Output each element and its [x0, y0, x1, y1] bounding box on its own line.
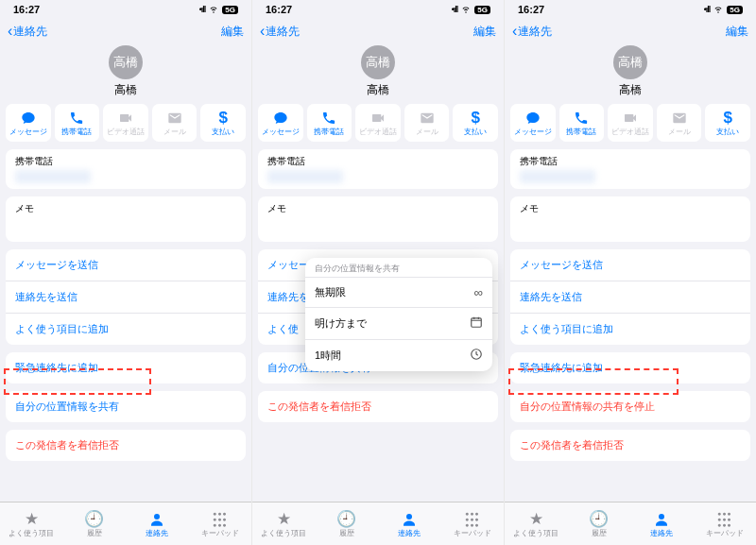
message-icon [273, 110, 288, 127]
add-emergency-item[interactable]: 緊急連絡先に追加 [6, 352, 246, 383]
phone-button[interactable]: 携帯電話 [559, 104, 605, 142]
back-button[interactable]: ‹ 連絡先 [8, 23, 47, 40]
pay-button[interactable]: $ 支払い [200, 104, 246, 142]
tab-history[interactable]: 🕘履歴 [316, 502, 379, 545]
avatar[interactable]: 高橋 [613, 45, 647, 79]
status-time: 16:27 [266, 4, 292, 15]
block-caller-item[interactable]: この発信者を着信拒否 [6, 430, 246, 461]
svg-point-4 [659, 514, 664, 519]
send-message-item[interactable]: メッセージを送信 [6, 249, 246, 281]
stop-share-location-item[interactable]: 自分の位置情報の共有を停止 [510, 391, 750, 422]
add-favorite-item[interactable]: よく使う項目に追加 [6, 314, 246, 345]
pay-button[interactable]: $支払い [705, 104, 750, 142]
star-icon: ★ [25, 510, 39, 529]
pay-button[interactable]: $支払い [453, 104, 498, 142]
screen-3: 16:27 •ıll 5G ‹ 連絡先 編集 高橋 高橋 メッセージ 携帯電話 … [505, 0, 756, 545]
back-button[interactable]: ‹ 連絡先 [512, 23, 552, 40]
popover-opt-label: 無期限 [315, 285, 346, 299]
popover-title: 自分の位置情報を共有 [305, 258, 492, 277]
mail-button[interactable]: メール [404, 104, 450, 142]
tab-contacts[interactable]: 連絡先 [126, 502, 189, 545]
status-bar: 16:27 •ıll 5G [0, 0, 251, 19]
back-button[interactable]: ‹ 連絡先 [260, 23, 300, 40]
content: 携帯電話 メモ メッセージを送信 連絡先を送信 よく使 自分の位置情報を共有 こ… [252, 149, 504, 502]
phone-card[interactable]: 携帯電話 [510, 149, 750, 189]
action-row: メッセージ 携帯電話 ビデオ通話 メール $支払い [252, 104, 504, 149]
video-button[interactable]: ビデオ通話 [355, 104, 401, 142]
tab-keypad[interactable]: ●●●●●●●●●キーパッド [189, 502, 252, 545]
send-message-item[interactable]: メッセージを送信 [510, 249, 750, 281]
status-right: •ıll 5G [704, 3, 743, 16]
send-contact-item[interactable]: 連絡先を送信 [6, 281, 246, 314]
mail-button[interactable]: メール [152, 104, 198, 142]
add-emergency-item[interactable]: 緊急連絡先に追加 [510, 352, 750, 383]
screen-2: 16:27 •ıll 5G ‹ 連絡先 編集 高橋 高橋 メッセージ 携帯電話 … [252, 0, 504, 545]
memo-card[interactable]: メモ [510, 196, 750, 242]
tab-favorites[interactable]: ★よく使う項目 [0, 502, 63, 545]
cellular-icon: •ıll [452, 5, 458, 14]
content: 携帯電話 メモ メッセージを送信 連絡先を送信 よく使う項目に追加 緊急連絡先に… [0, 149, 251, 502]
calendar-icon [470, 315, 483, 332]
person-icon [401, 510, 418, 529]
memo-label: メモ [267, 202, 489, 215]
phone-card[interactable]: 携帯電話 [258, 149, 498, 189]
video-icon [118, 110, 133, 127]
phone-icon [574, 110, 589, 127]
tab-history[interactable]: 🕘履歴 [63, 502, 127, 545]
back-label: 連絡先 [518, 24, 552, 40]
message-button[interactable]: メッセージ [510, 104, 556, 142]
tab-favorites[interactable]: ★よく使う項目 [252, 502, 316, 545]
tab-contacts[interactable]: 連絡先 [630, 502, 694, 545]
clock-icon [470, 348, 483, 364]
network-badge: 5G [222, 6, 238, 14]
share-location-popover: 自分の位置情報を共有 無期限 ∞ 明け方まで 1時間 [305, 258, 492, 371]
svg-point-3 [406, 514, 412, 519]
memo-card[interactable]: メモ [258, 196, 498, 242]
send-contact-item[interactable]: 連絡先を送信 [510, 281, 750, 314]
memo-card[interactable]: メモ [6, 196, 246, 242]
block-caller-item[interactable]: この発信者を着信拒否 [258, 391, 498, 422]
tab-contacts[interactable]: 連絡先 [378, 502, 441, 545]
message-button[interactable]: メッセージ [6, 104, 51, 142]
tab-keypad[interactable]: ●●●●●●●●●キーパッド [694, 502, 757, 545]
pay-label: 支払い [212, 127, 234, 137]
contact-header: 高橋 高橋 [252, 43, 504, 104]
actions-card-1: メッセージを送信 連絡先を送信 よく使う項目に追加 [6, 249, 246, 345]
back-label: 連絡先 [13, 24, 47, 40]
video-label: ビデオ通話 [107, 127, 145, 137]
avatar[interactable]: 高橋 [361, 45, 395, 79]
message-button[interactable]: メッセージ [258, 104, 303, 142]
edit-button[interactable]: 編集 [726, 24, 748, 40]
popover-option-until-morning[interactable]: 明け方まで [305, 307, 492, 339]
actions-card-1: メッセージを送信 連絡先を送信 よく使う項目に追加 [510, 249, 750, 345]
infinity-icon: ∞ [474, 285, 483, 299]
share-location-item[interactable]: 自分の位置情報を共有 [6, 391, 246, 422]
chevron-left-icon: ‹ [512, 23, 517, 40]
status-time: 16:27 [13, 4, 40, 15]
add-favorite-item[interactable]: よく使う項目に追加 [510, 314, 750, 345]
mail-label: メール [163, 127, 186, 137]
contact-header: 高橋 高橋 [505, 43, 756, 104]
phone-card[interactable]: 携帯電話 [6, 149, 246, 189]
popover-option-indefinite[interactable]: 無期限 ∞ [305, 277, 492, 307]
popover-option-one-hour[interactable]: 1時間 [305, 339, 492, 371]
phone-value-redacted [15, 170, 91, 183]
tab-keypad[interactable]: ●●●●●●●●●キーパッド [441, 502, 505, 545]
memo-label: メモ [520, 202, 741, 215]
tab-favorites[interactable]: ★よく使う項目 [505, 502, 568, 545]
edit-button[interactable]: 編集 [221, 24, 244, 40]
edit-button[interactable]: 編集 [473, 24, 496, 40]
phone-button[interactable]: 携帯電話 [307, 104, 352, 142]
pay-icon: $ [723, 110, 731, 127]
memo-label: メモ [15, 202, 236, 215]
phone-button[interactable]: 携帯電話 [55, 104, 100, 142]
avatar[interactable]: 高橋 [109, 45, 143, 79]
mail-icon [420, 110, 435, 127]
block-caller-item[interactable]: この発信者を着信拒否 [510, 430, 750, 461]
video-button[interactable]: ビデオ通話 [608, 104, 653, 142]
video-button[interactable]: ビデオ通話 [103, 104, 148, 142]
video-icon [623, 110, 638, 127]
tab-history[interactable]: 🕘履歴 [568, 502, 631, 545]
mail-icon [167, 110, 182, 127]
mail-button[interactable]: メール [657, 104, 702, 142]
